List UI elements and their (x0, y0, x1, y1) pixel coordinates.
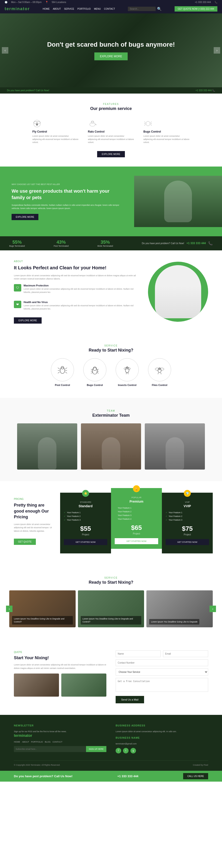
vvip-cta-button[interactable]: GET STARTED NOW (166, 539, 209, 545)
premium-period: Project (115, 532, 158, 535)
services-icons-title: Ready to Start Nixing? (14, 348, 208, 353)
footer-cta-button[interactable]: CALL US HERE (183, 773, 208, 779)
footer-link-blog[interactable]: BLOG (45, 740, 51, 744)
footer-link-about[interactable]: ABOUT (22, 740, 29, 744)
pricing-card-standard: ⭐ STANDARD Standard Your Feature 1 Your … (60, 493, 111, 553)
standard-cta-button[interactable]: GET STARTED NOW (64, 539, 107, 545)
footer-business-name-label: BUSINESS NAME (116, 736, 208, 739)
shield-icon: 🛡 (14, 284, 21, 291)
hero-next-button[interactable]: › (214, 47, 220, 54)
service-pest-control: Pest Control (51, 358, 74, 386)
about-section: ABOUT It Looks Perfect and Clean for you… (0, 250, 222, 333)
footer-credit: Created by Pixel (193, 764, 208, 766)
svg-line-26 (91, 369, 93, 370)
clock-icon: 🕐 (5, 1, 7, 3)
social-facebook[interactable]: f (116, 748, 121, 753)
gallery-section: SERVICE Ready to Start Nixing? ‹ Lorem I… (0, 565, 222, 639)
svg-line-13 (150, 122, 152, 123)
premium-services-section: FEATURES Our premium service Fly Control… (0, 94, 222, 166)
premium-feature-1: Your Feature 1 (115, 506, 158, 510)
svg-line-43 (161, 373, 161, 374)
info-bar: Do you have pest problem? Call Us Now! +… (0, 87, 222, 94)
footer-email[interactable]: terminator@gmail.com (116, 742, 208, 746)
service-insects-control: Insects Control (116, 358, 139, 386)
about-explore-button[interactable]: EXPLORE MORE (14, 317, 41, 323)
feature-protection-title: Maximum Protection (24, 284, 139, 287)
gallery-next-button[interactable]: › (210, 606, 216, 612)
standard-price: $55 (64, 525, 107, 532)
green-content: WHY CHOOSE US? GET THE BEST PEST KILLER … (0, 176, 134, 227)
team-figure-2 (102, 437, 120, 470)
premium-label: FEATURES (14, 103, 208, 105)
insects-control-icon (116, 358, 139, 381)
svg-line-10 (144, 122, 146, 123)
name-input[interactable] (116, 650, 161, 657)
pest-control-icon (51, 358, 74, 381)
footer-subscribe-button[interactable]: SIGN UP HERE (86, 746, 106, 752)
form-field-message (116, 678, 208, 692)
social-google[interactable]: g (131, 748, 136, 753)
fly-service-icon (32, 119, 41, 128)
contact-form: Choose Your Service Send Us a Mail (116, 650, 208, 703)
gallery-item-2-content: Lorem Ipsum You Deadline Going Like to D… (78, 590, 144, 627)
services-icons-section: SERVICE Ready to Start Nixing? Pest Cont… (0, 333, 222, 398)
phone-input[interactable] (116, 659, 208, 666)
hero-prev-button[interactable]: ‹ (2, 47, 8, 54)
premium-feature-3: Your Feature 3 (115, 514, 158, 517)
premium-explore-button[interactable]: EXPLORE MORE (97, 151, 125, 157)
phone-icon-small: 📞 (212, 89, 215, 92)
footer-bottom: © Copyright 2020 Terminator. All Rights … (14, 761, 208, 766)
service-card-bugs: Bugs Control Lorem ipsum dolor sit amet … (141, 117, 192, 147)
gallery-item-2-text: Lorem Ipsum You Deadline Going Like to D… (81, 616, 141, 625)
premium-feature-2: Your Feature 2 (115, 510, 158, 514)
form-row-name-email (116, 650, 208, 657)
stat-bugs-number: 55% (9, 240, 25, 245)
green-cta-button[interactable]: EXPLORE MORE (11, 214, 38, 220)
rats-service-icon (88, 119, 97, 128)
svg-point-6 (91, 121, 92, 122)
nav-menu[interactable]: MENU (94, 8, 101, 10)
stats-phone-icon: 📞 (208, 241, 213, 246)
pricing-cta-button[interactable]: GET QUOTE (14, 539, 36, 545)
premium-cta-button[interactable]: GET STARTED NOW (115, 538, 158, 544)
team-section: TEAM Exterminator Team (0, 398, 222, 481)
submit-button[interactable]: Send Us a Mail (116, 696, 144, 703)
svg-point-38 (158, 368, 161, 373)
service-select[interactable]: Choose Your Service (116, 669, 208, 676)
premium-title: Our premium service (14, 106, 208, 111)
pricing-description: Lorem ipsum dolor sit amet consectetur a… (14, 523, 55, 533)
email-input[interactable] (163, 650, 208, 657)
svg-line-22 (65, 372, 67, 373)
footer-link-home[interactable]: HOME (14, 740, 20, 744)
nav-cta-button[interactable]: GET QUOTE NOW (+333) 222-444 (174, 6, 217, 11)
pricing-label: PRICING (14, 497, 55, 501)
vvip-feature-3: Your Feature 3 (166, 518, 209, 522)
standard-feature-2: Your Feature 2 (64, 515, 107, 518)
svg-point-7 (93, 121, 94, 122)
footer-search-input[interactable] (14, 746, 86, 752)
nav-about[interactable]: ABOUT (53, 8, 61, 10)
nav-contact[interactable]: CONTACT (104, 8, 115, 10)
nav-portfolio[interactable]: PORTFOLIO (78, 8, 91, 10)
nav-service[interactable]: SERVICE (64, 8, 74, 10)
hero-cta-button[interactable]: EXPLORE MORE (94, 53, 128, 60)
contact-img-2 (61, 674, 106, 696)
footer-link-contact[interactable]: CONTACT (53, 740, 62, 744)
green-description: Suspendisse facilisis commodo lobortis. … (11, 204, 122, 210)
nav-home[interactable]: HOME (43, 8, 50, 10)
footer-search: SIGN UP HERE (14, 746, 106, 752)
gallery-prev-button[interactable]: ‹ (6, 606, 12, 612)
gallery-item-2: Lorem Ipsum You Deadline Going Like to D… (78, 590, 144, 627)
search-input[interactable] (128, 7, 156, 11)
team-figure-1 (38, 437, 56, 470)
about-content: ABOUT It Looks Perfect and Clean for you… (14, 259, 139, 324)
svg-point-4 (90, 123, 95, 126)
stat-pest: 43% Pest Terminated (54, 240, 69, 247)
message-textarea[interactable] (116, 678, 208, 692)
about-person-figure (155, 265, 201, 318)
flies-control-icon (148, 358, 171, 381)
service-bugs-control: Bugs Control (83, 358, 106, 386)
social-twitter[interactable]: t (123, 748, 129, 753)
footer-link-portfolio[interactable]: PORTFOLIO (31, 740, 43, 744)
navigation: terminator HOME ABOUT SERVICE PORTFOLIO … (0, 4, 222, 13)
